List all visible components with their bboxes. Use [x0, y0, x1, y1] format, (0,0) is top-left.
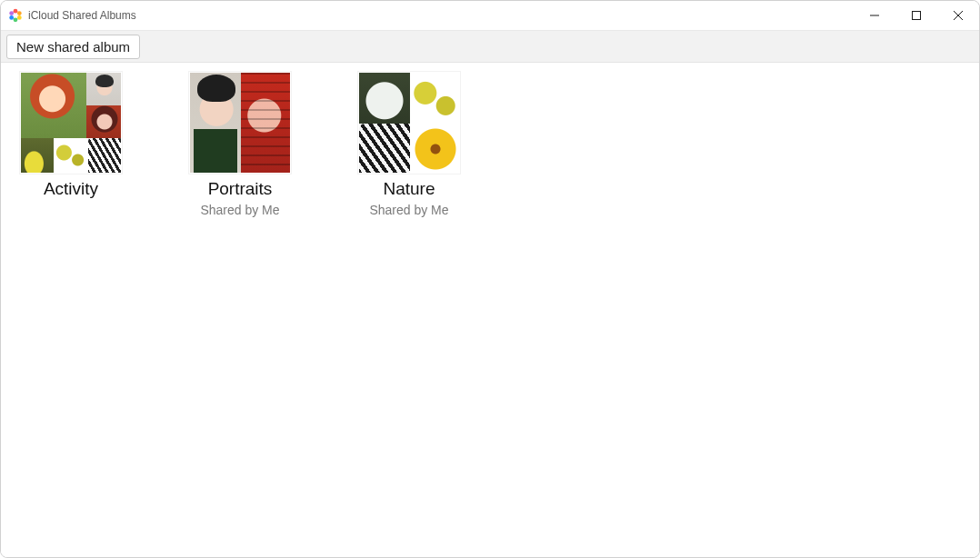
- album-thumbnail: [20, 72, 122, 174]
- close-button[interactable]: [937, 1, 979, 29]
- titlebar: iCloud Shared Albums: [1, 1, 979, 30]
- svg-point-0: [14, 8, 18, 13]
- window-controls: [854, 1, 979, 29]
- window-title: iCloud Shared Albums: [28, 9, 136, 22]
- album-activity[interactable]: Activity: [12, 72, 130, 199]
- album-nature[interactable]: Nature Shared by Me: [350, 72, 468, 217]
- photos-app-icon: [8, 8, 23, 23]
- minimize-button[interactable]: [854, 1, 895, 29]
- svg-point-1: [17, 11, 22, 15]
- svg-point-5: [9, 11, 14, 15]
- album-title: Portraits: [208, 179, 273, 199]
- maximize-button[interactable]: [895, 1, 937, 29]
- albums-grid: Activity Portraits Shared by Me Nature S…: [1, 63, 979, 557]
- svg-point-3: [14, 17, 18, 22]
- album-portraits[interactable]: Portraits Shared by Me: [181, 72, 299, 217]
- toolbar: New shared album: [1, 30, 979, 63]
- titlebar-left: iCloud Shared Albums: [8, 8, 854, 23]
- app-window: iCloud Shared Albums New shared album Ac…: [0, 0, 980, 558]
- album-thumbnail: [358, 72, 460, 174]
- new-shared-album-button[interactable]: New shared album: [6, 35, 140, 59]
- album-title: Nature: [383, 179, 435, 199]
- album-subtitle: Shared by Me: [369, 203, 448, 217]
- svg-point-4: [9, 15, 14, 20]
- album-subtitle: Shared by Me: [200, 203, 279, 217]
- album-title: Activity: [44, 179, 98, 199]
- album-thumbnail: [189, 72, 291, 174]
- svg-rect-6: [913, 11, 921, 19]
- svg-point-2: [17, 15, 22, 20]
